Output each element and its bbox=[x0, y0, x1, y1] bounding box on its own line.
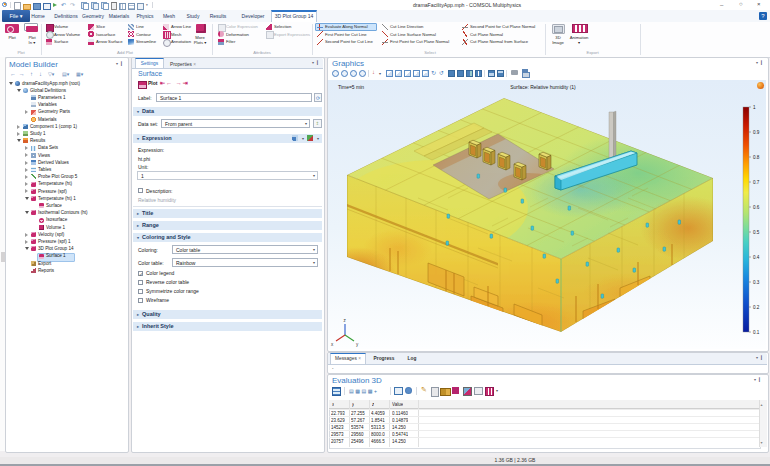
svg-text:0.8: 0.8 bbox=[753, 155, 760, 160]
svg-text:0.6: 0.6 bbox=[753, 205, 760, 210]
svg-text:0.7: 0.7 bbox=[753, 180, 760, 185]
svg-text:0.2: 0.2 bbox=[753, 305, 760, 310]
svg-text:0.1: 0.1 bbox=[753, 330, 760, 335]
svg-text:0.3: 0.3 bbox=[753, 280, 760, 285]
svg-text:0.5: 0.5 bbox=[753, 230, 760, 235]
svg-text:0.9: 0.9 bbox=[753, 130, 760, 135]
svg-text:1: 1 bbox=[753, 105, 756, 110]
svg-text:0.4: 0.4 bbox=[753, 255, 760, 260]
